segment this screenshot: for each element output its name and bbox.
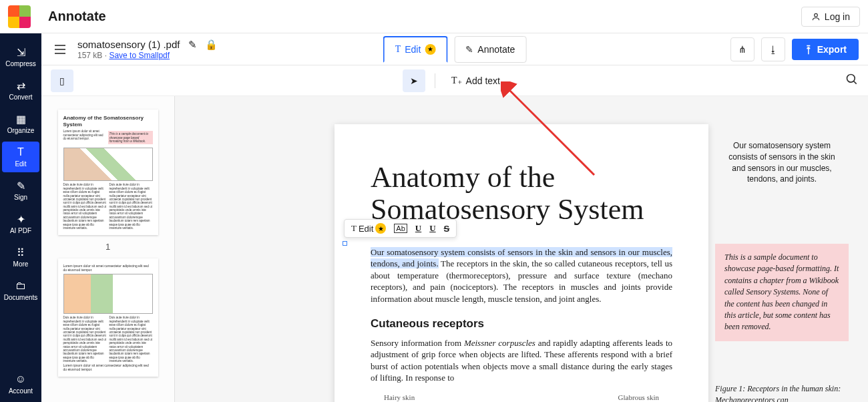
text-format-toolbar: TEdit★ Ab U U S <box>344 219 457 238</box>
share-button[interactable]: ⋔ <box>730 37 754 61</box>
export-button[interactable]: ⭱Export <box>792 39 859 60</box>
app-title: Annotate <box>48 9 106 24</box>
figure-labels: Hairy skin Glabrous skin <box>371 393 672 401</box>
figure-caption[interactable]: Figure 1: Receptors in the human skin: M… <box>715 383 849 402</box>
pink-callout[interactable]: This is a sample document to showcase pa… <box>715 244 849 341</box>
highlight-icon: Ab <box>394 224 407 233</box>
login-label: Log in <box>825 11 850 22</box>
sign-icon: ✎ <box>15 180 27 192</box>
sidebar-item-convert[interactable]: ⇄Convert <box>2 75 39 106</box>
grid-icon: ⠿ <box>15 246 27 258</box>
account-icon: ☺ <box>15 373 27 385</box>
star-icon: ★ <box>425 44 435 55</box>
workspace: Anatomy of the Somatosensory System Lore… <box>41 96 868 402</box>
cursor-icon: ➤ <box>410 75 418 86</box>
lock-icon[interactable]: 🔒 <box>205 39 218 50</box>
sidebar-item-organize[interactable]: ▦Organize <box>2 108 39 139</box>
ft-edit[interactable]: TEdit★ <box>351 223 386 234</box>
thumbnail-page-2[interactable]: Lorem ipsum dolor sit amet consectetur a… <box>58 258 158 376</box>
sidebar-item-compress[interactable]: ⇲Compress <box>2 41 39 72</box>
add-text-icon: T₊ <box>451 75 462 86</box>
thumbnails-icon: ▯ <box>59 75 65 86</box>
user-icon <box>811 12 821 21</box>
doc-size: 157 kB <box>77 51 102 60</box>
upload-icon: ⭱ <box>804 44 813 55</box>
thumbnails-panel[interactable]: Anatomy of the Somatosensory System Lore… <box>41 96 175 402</box>
sidebar-item-documents[interactable]: 🗀Documents <box>2 275 39 306</box>
pen-icon: ✎ <box>465 44 473 55</box>
organize-icon: ▦ <box>15 113 27 125</box>
convert-icon: ⇄ <box>15 79 27 91</box>
thumbnail-page-1[interactable]: Anatomy of the Somatosensory System Lore… <box>58 110 158 235</box>
thumb-figure <box>63 148 153 181</box>
svg-point-1 <box>847 75 855 83</box>
ft-highlight[interactable]: Ab <box>394 224 407 233</box>
thumb-figure <box>63 274 153 314</box>
cursor-tool[interactable]: ➤ <box>403 69 425 92</box>
folder-icon: 🗀 <box>15 280 27 292</box>
search-button[interactable] <box>845 73 859 88</box>
svg-line-2 <box>854 81 857 84</box>
compress-icon: ⇲ <box>15 46 27 58</box>
ft-underline-1[interactable]: U <box>415 223 421 234</box>
edit-text-icon: T <box>15 146 27 158</box>
canvas-area[interactable]: Anatomy of the Somatosensory System TEdi… <box>175 96 868 402</box>
underline-icon: U <box>429 223 435 234</box>
download-button[interactable]: ⭳ <box>761 37 785 61</box>
add-text-tool[interactable]: T₊ Add text <box>445 71 507 90</box>
body-paragraph-2[interactable]: Sensory information from Meissner corpus… <box>371 337 672 384</box>
tab-edit[interactable]: T Edit ★ <box>383 36 448 63</box>
text-cursor-icon: T <box>395 44 401 55</box>
sidebar-item-account[interactable]: ☺Account <box>2 369 39 399</box>
doc-meta: somatosensory (1) .pdf ✎ 🔒 157 kB · Save… <box>77 39 218 60</box>
ft-strike[interactable]: S <box>444 224 450 234</box>
body-paragraph-1[interactable]: Our somatosensory system consists of sen… <box>371 246 672 305</box>
sub-toolbar: ▯ ➤ T₊ Add text <box>41 65 868 96</box>
download-icon: ⭳ <box>769 44 778 55</box>
sidebar-item-aipdf[interactable]: ✦AI PDF <box>2 208 39 239</box>
underline-icon: U <box>415 223 421 234</box>
save-to-smallpdf-link[interactable]: Save to Smallpdf <box>109 51 170 60</box>
text-cursor-icon: T <box>351 223 357 234</box>
top-header: Annotate Log in <box>0 0 868 33</box>
left-sidebar: ⇲Compress ⇄Convert ▦Organize TEdit ✎Sign… <box>0 33 41 402</box>
search-icon <box>845 73 859 86</box>
svg-point-0 <box>815 13 818 17</box>
thumbnail-pagenum-1: 1 <box>51 242 165 252</box>
sidebar-item-more[interactable]: ⠿More <box>2 242 39 272</box>
pdf-page[interactable]: Anatomy of the Somatosensory System TEdi… <box>335 124 708 402</box>
doc-filename: somatosensory (1) .pdf <box>77 39 180 50</box>
ft-underline-2[interactable]: U <box>429 223 435 234</box>
tab-annotate[interactable]: ✎ Annotate <box>454 36 526 63</box>
selection-handle[interactable] <box>343 241 347 246</box>
doc-heading[interactable]: Anatomy of the Somatosensory System <box>371 162 672 226</box>
star-icon: ★ <box>375 223 386 234</box>
menu-icon[interactable] <box>51 40 69 59</box>
login-button[interactable]: Log in <box>801 7 860 27</box>
smallpdf-logo[interactable] <box>8 5 31 28</box>
pencil-icon[interactable]: ✎ <box>188 39 197 50</box>
toggle-thumbnails-button[interactable]: ▯ <box>51 69 73 92</box>
share-icon: ⋔ <box>738 44 746 55</box>
sidebar-item-sign[interactable]: ✎Sign <box>2 175 39 206</box>
strikethrough-icon: S <box>444 224 450 234</box>
sidebar-item-edit[interactable]: TEdit <box>2 142 39 172</box>
side-note[interactable]: Our somatosensory system consists of sen… <box>722 140 842 185</box>
document-toolbar: somatosensory (1) .pdf ✎ 🔒 157 kB · Save… <box>41 33 868 65</box>
subheading[interactable]: Cutaneous receptors <box>371 317 672 331</box>
sparkle-icon: ✦ <box>15 213 27 225</box>
